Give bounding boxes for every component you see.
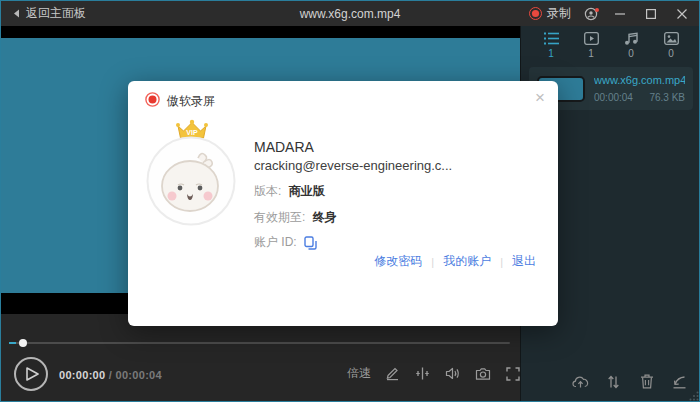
version-value: 商业版	[289, 184, 325, 198]
record-dot-icon	[529, 7, 542, 20]
sort-icon	[607, 375, 620, 389]
fullscreen-icon	[506, 367, 520, 381]
close-icon	[677, 9, 687, 19]
record-label: 录制	[547, 5, 571, 22]
time-display: 00:00:00 / 00:00:04	[59, 369, 162, 381]
version-label: 版本:	[254, 184, 281, 198]
total-time: 00:00:04	[116, 369, 162, 381]
audio-adjust-button[interactable]	[414, 365, 431, 382]
volume-button[interactable]	[444, 365, 461, 382]
dialog-title: 傲软录屏	[167, 93, 215, 110]
dialog-close-button[interactable]: ×	[535, 89, 545, 106]
maximize-icon	[646, 9, 656, 19]
expiry-row: 有效期至: 终身	[254, 209, 337, 226]
camera-icon	[475, 367, 491, 381]
link-separator: |	[431, 256, 434, 268]
account-id-label: 账户 ID:	[254, 234, 297, 251]
account-actions: 修改密码 | 我的账户 | 退出	[374, 253, 536, 270]
edit-button[interactable]	[384, 365, 401, 382]
list-icon	[544, 32, 559, 45]
minimize-icon	[615, 9, 625, 19]
account-email: cracking@reverse-engineering.c...	[254, 158, 452, 173]
copy-account-id-button[interactable]	[304, 236, 317, 250]
minimize-button[interactable]	[611, 1, 629, 26]
pencil-icon	[385, 366, 400, 381]
app-logo-icon	[145, 92, 160, 107]
file-name: www.x6g.com.mp4	[594, 74, 685, 86]
tab-audio[interactable]: 0	[616, 32, 646, 59]
titlebar: 返回主面板 www.x6g.com.mp4 录制	[1, 1, 699, 26]
seek-bar[interactable]	[9, 342, 510, 344]
version-row: 版本: 商业版	[254, 183, 325, 200]
snapshot-button[interactable]	[474, 365, 491, 382]
tab-count: 1	[588, 48, 594, 59]
player-controls-bar	[1, 314, 520, 402]
back-arrow-icon	[13, 9, 20, 18]
image-icon	[664, 32, 679, 45]
export-icon	[672, 375, 687, 389]
tab-images[interactable]: 0	[656, 32, 686, 59]
tab-count: 1	[548, 48, 554, 59]
music-icon	[624, 32, 638, 45]
account-id-row: 账户 ID:	[254, 234, 317, 251]
app-window: 返回主面板 www.x6g.com.mp4 录制	[0, 0, 700, 402]
back-to-main-button[interactable]: 返回主面板	[1, 1, 98, 26]
expiry-value: 终身	[313, 210, 337, 224]
file-size: 76.3 KB	[649, 92, 685, 103]
speaker-icon	[445, 366, 461, 381]
tab-count: 0	[668, 48, 674, 59]
logout-link[interactable]: 退出	[512, 253, 536, 270]
account-dialog: 傲软录屏 × VIP MADARA cra	[128, 81, 558, 326]
fullscreen-button[interactable]	[504, 365, 521, 382]
trash-icon	[640, 374, 654, 389]
tab-videos[interactable]: 1	[576, 32, 606, 59]
video-icon	[584, 32, 599, 45]
time-separator: /	[105, 369, 115, 381]
tab-recordings-list[interactable]: 1	[536, 32, 566, 59]
seek-handle[interactable]	[19, 339, 27, 347]
close-button[interactable]	[673, 1, 691, 26]
notification-dot	[595, 8, 599, 12]
link-separator: |	[500, 256, 503, 268]
change-password-link[interactable]: 修改密码	[374, 253, 422, 270]
tab-count: 0	[628, 48, 634, 59]
my-account-link[interactable]: 我的账户	[443, 253, 491, 270]
expiry-label: 有效期至:	[254, 210, 305, 224]
file-duration: 00:00:04	[594, 92, 633, 103]
media-tabs: 1 1 0	[521, 26, 700, 59]
seek-bar-played	[9, 342, 16, 344]
play-button[interactable]	[14, 357, 48, 391]
vip-badge-label: VIP	[186, 129, 198, 136]
feedback-button[interactable]	[584, 7, 598, 21]
sort-button[interactable]	[605, 373, 622, 390]
maximize-button[interactable]	[642, 1, 660, 26]
account-avatar	[146, 136, 236, 226]
play-icon	[26, 367, 39, 381]
current-time: 00:00:00	[59, 369, 105, 381]
record-button[interactable]: 录制	[529, 5, 571, 22]
audio-wave-icon	[415, 366, 430, 381]
upload-button[interactable]	[572, 373, 589, 390]
open-folder-button[interactable]	[671, 373, 688, 390]
speed-button[interactable]: 倍速	[347, 365, 371, 382]
account-name: MADARA	[254, 139, 314, 155]
delete-button[interactable]	[638, 373, 655, 390]
resize-grip-icon[interactable]	[689, 391, 699, 401]
cloud-upload-icon	[572, 375, 589, 388]
back-label: 返回主面板	[26, 5, 86, 22]
copy-icon	[304, 236, 317, 250]
